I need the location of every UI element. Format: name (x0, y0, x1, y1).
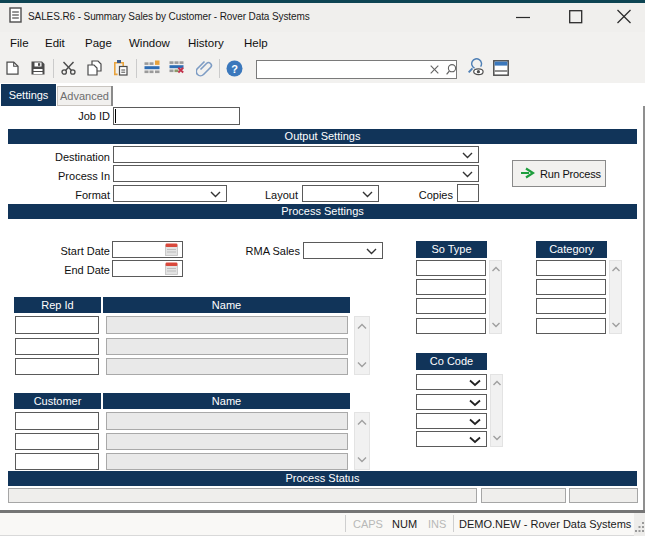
svg-text:?: ? (231, 63, 238, 75)
